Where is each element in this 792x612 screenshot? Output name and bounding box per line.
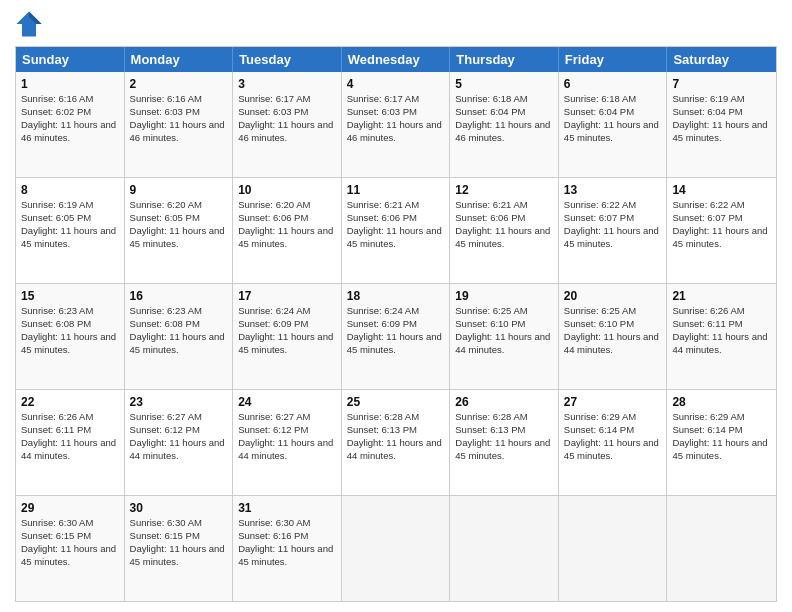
- daylight-label: Daylight: 11 hours and 44 minutes.: [238, 437, 333, 461]
- sunrise-label: Sunrise: 6:26 AM: [672, 305, 744, 316]
- sunset-label: Sunset: 6:06 PM: [238, 212, 308, 223]
- sunset-label: Sunset: 6:06 PM: [455, 212, 525, 223]
- day-number: 22: [21, 394, 119, 410]
- day-number: 23: [130, 394, 228, 410]
- day-number: 15: [21, 288, 119, 304]
- day-number: 4: [347, 76, 445, 92]
- day-cell-25: 25 Sunrise: 6:28 AM Sunset: 6:13 PM Dayl…: [342, 390, 451, 495]
- sunrise-label: Sunrise: 6:24 AM: [347, 305, 419, 316]
- sunrise-label: Sunrise: 6:29 AM: [672, 411, 744, 422]
- day-number: 10: [238, 182, 336, 198]
- calendar-row-5: 29 Sunrise: 6:30 AM Sunset: 6:15 PM Dayl…: [16, 495, 776, 601]
- calendar-row-4: 22 Sunrise: 6:26 AM Sunset: 6:11 PM Dayl…: [16, 389, 776, 495]
- daylight-label: Daylight: 11 hours and 46 minutes.: [238, 119, 333, 143]
- daylight-label: Daylight: 11 hours and 45 minutes.: [130, 331, 225, 355]
- day-number: 9: [130, 182, 228, 198]
- day-cell-5: 5 Sunrise: 6:18 AM Sunset: 6:04 PM Dayli…: [450, 72, 559, 177]
- header-day-friday: Friday: [559, 47, 668, 72]
- sunrise-label: Sunrise: 6:26 AM: [21, 411, 93, 422]
- empty-cell: [559, 496, 668, 601]
- sunset-label: Sunset: 6:14 PM: [672, 424, 742, 435]
- daylight-label: Daylight: 11 hours and 45 minutes.: [672, 437, 767, 461]
- sunrise-label: Sunrise: 6:23 AM: [21, 305, 93, 316]
- calendar-body: 1 Sunrise: 6:16 AM Sunset: 6:02 PM Dayli…: [16, 72, 776, 601]
- sunset-label: Sunset: 6:03 PM: [238, 106, 308, 117]
- logo-icon: [15, 10, 43, 38]
- sunset-label: Sunset: 6:12 PM: [130, 424, 200, 435]
- sunset-label: Sunset: 6:03 PM: [347, 106, 417, 117]
- day-number: 18: [347, 288, 445, 304]
- sunrise-label: Sunrise: 6:16 AM: [130, 93, 202, 104]
- sunset-label: Sunset: 6:15 PM: [21, 530, 91, 541]
- sunrise-label: Sunrise: 6:30 AM: [130, 517, 202, 528]
- daylight-label: Daylight: 11 hours and 45 minutes.: [238, 543, 333, 567]
- day-cell-30: 30 Sunrise: 6:30 AM Sunset: 6:15 PM Dayl…: [125, 496, 234, 601]
- day-number: 25: [347, 394, 445, 410]
- sunrise-label: Sunrise: 6:25 AM: [564, 305, 636, 316]
- sunrise-label: Sunrise: 6:21 AM: [455, 199, 527, 210]
- sunrise-label: Sunrise: 6:23 AM: [130, 305, 202, 316]
- daylight-label: Daylight: 11 hours and 45 minutes.: [564, 119, 659, 143]
- sunrise-label: Sunrise: 6:19 AM: [672, 93, 744, 104]
- header-day-tuesday: Tuesday: [233, 47, 342, 72]
- sunset-label: Sunset: 6:07 PM: [672, 212, 742, 223]
- sunrise-label: Sunrise: 6:20 AM: [130, 199, 202, 210]
- day-number: 1: [21, 76, 119, 92]
- sunset-label: Sunset: 6:13 PM: [347, 424, 417, 435]
- sunset-label: Sunset: 6:08 PM: [130, 318, 200, 329]
- day-cell-27: 27 Sunrise: 6:29 AM Sunset: 6:14 PM Dayl…: [559, 390, 668, 495]
- sunrise-label: Sunrise: 6:30 AM: [21, 517, 93, 528]
- sunset-label: Sunset: 6:14 PM: [564, 424, 634, 435]
- day-number: 29: [21, 500, 119, 516]
- daylight-label: Daylight: 11 hours and 45 minutes.: [564, 437, 659, 461]
- sunset-label: Sunset: 6:02 PM: [21, 106, 91, 117]
- daylight-label: Daylight: 11 hours and 44 minutes.: [130, 437, 225, 461]
- day-number: 3: [238, 76, 336, 92]
- day-cell-20: 20 Sunrise: 6:25 AM Sunset: 6:10 PM Dayl…: [559, 284, 668, 389]
- daylight-label: Daylight: 11 hours and 44 minutes.: [564, 331, 659, 355]
- sunset-label: Sunset: 6:06 PM: [347, 212, 417, 223]
- day-cell-26: 26 Sunrise: 6:28 AM Sunset: 6:13 PM Dayl…: [450, 390, 559, 495]
- day-number: 2: [130, 76, 228, 92]
- day-cell-4: 4 Sunrise: 6:17 AM Sunset: 6:03 PM Dayli…: [342, 72, 451, 177]
- day-cell-7: 7 Sunrise: 6:19 AM Sunset: 6:04 PM Dayli…: [667, 72, 776, 177]
- daylight-label: Daylight: 11 hours and 46 minutes.: [130, 119, 225, 143]
- sunrise-label: Sunrise: 6:22 AM: [564, 199, 636, 210]
- sunset-label: Sunset: 6:04 PM: [672, 106, 742, 117]
- sunset-label: Sunset: 6:11 PM: [672, 318, 742, 329]
- day-cell-11: 11 Sunrise: 6:21 AM Sunset: 6:06 PM Dayl…: [342, 178, 451, 283]
- day-number: 17: [238, 288, 336, 304]
- day-number: 7: [672, 76, 771, 92]
- daylight-label: Daylight: 11 hours and 45 minutes.: [347, 225, 442, 249]
- sunrise-label: Sunrise: 6:20 AM: [238, 199, 310, 210]
- header-day-thursday: Thursday: [450, 47, 559, 72]
- daylight-label: Daylight: 11 hours and 44 minutes.: [21, 437, 116, 461]
- daylight-label: Daylight: 11 hours and 46 minutes.: [21, 119, 116, 143]
- daylight-label: Daylight: 11 hours and 44 minutes.: [455, 331, 550, 355]
- sunset-label: Sunset: 6:09 PM: [347, 318, 417, 329]
- page: SundayMondayTuesdayWednesdayThursdayFrid…: [0, 0, 792, 612]
- header-day-monday: Monday: [125, 47, 234, 72]
- sunset-label: Sunset: 6:09 PM: [238, 318, 308, 329]
- daylight-label: Daylight: 11 hours and 45 minutes.: [130, 225, 225, 249]
- sunset-label: Sunset: 6:15 PM: [130, 530, 200, 541]
- sunset-label: Sunset: 6:11 PM: [21, 424, 91, 435]
- daylight-label: Daylight: 11 hours and 45 minutes.: [455, 437, 550, 461]
- day-cell-16: 16 Sunrise: 6:23 AM Sunset: 6:08 PM Dayl…: [125, 284, 234, 389]
- day-number: 8: [21, 182, 119, 198]
- daylight-label: Daylight: 11 hours and 46 minutes.: [455, 119, 550, 143]
- day-number: 12: [455, 182, 553, 198]
- day-cell-6: 6 Sunrise: 6:18 AM Sunset: 6:04 PM Dayli…: [559, 72, 668, 177]
- sunset-label: Sunset: 6:10 PM: [564, 318, 634, 329]
- day-number: 31: [238, 500, 336, 516]
- day-number: 19: [455, 288, 553, 304]
- daylight-label: Daylight: 11 hours and 45 minutes.: [347, 331, 442, 355]
- sunset-label: Sunset: 6:12 PM: [238, 424, 308, 435]
- day-cell-13: 13 Sunrise: 6:22 AM Sunset: 6:07 PM Dayl…: [559, 178, 668, 283]
- day-cell-22: 22 Sunrise: 6:26 AM Sunset: 6:11 PM Dayl…: [16, 390, 125, 495]
- sunset-label: Sunset: 6:10 PM: [455, 318, 525, 329]
- day-cell-28: 28 Sunrise: 6:29 AM Sunset: 6:14 PM Dayl…: [667, 390, 776, 495]
- day-cell-1: 1 Sunrise: 6:16 AM Sunset: 6:02 PM Dayli…: [16, 72, 125, 177]
- day-cell-14: 14 Sunrise: 6:22 AM Sunset: 6:07 PM Dayl…: [667, 178, 776, 283]
- calendar-row-3: 15 Sunrise: 6:23 AM Sunset: 6:08 PM Dayl…: [16, 283, 776, 389]
